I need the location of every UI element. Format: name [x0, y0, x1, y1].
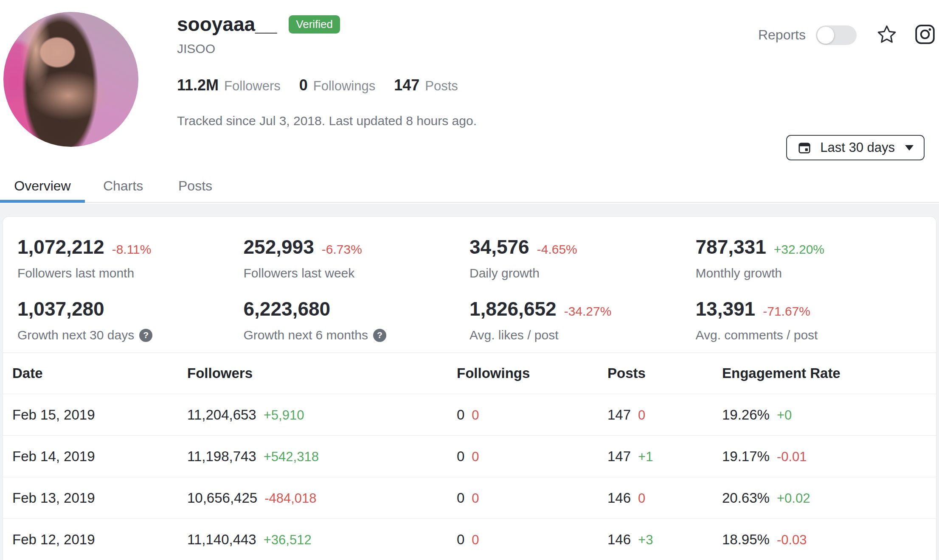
stat-change: -4.65%	[537, 242, 577, 257]
summary-card-followers-last-week: 252,993 -6.73% Followers last week	[244, 235, 470, 280]
stat-value: 787,331	[696, 235, 766, 258]
posts-change: +3	[638, 532, 653, 548]
star-icon	[876, 24, 897, 46]
followers-value: 11,198,743	[187, 448, 256, 465]
posts-count: 147	[394, 76, 419, 94]
stat-value: 6,223,680	[244, 297, 331, 320]
posts-value: 147	[607, 448, 631, 465]
summary-grid: 1,072,212 -8.11% Followers last month 25…	[3, 217, 936, 353]
followers-change: +5,910	[264, 408, 304, 423]
column-header-posts: Posts	[607, 365, 722, 381]
summary-card-growth-next-30-days: 1,037,280 Growth next 30 days ?	[17, 297, 244, 342]
stat-value: 252,993	[244, 235, 314, 258]
summary-card-followers-last-month: 1,072,212 -8.11% Followers last month	[17, 235, 244, 280]
stat-value: 34,576	[470, 235, 529, 258]
posts-value: 146	[607, 532, 631, 548]
followings-cell: 0 0	[457, 532, 607, 548]
followings-change: 0	[472, 408, 479, 423]
summary-card-daily-growth: 34,576 -4.65% Daily growth	[470, 235, 696, 280]
posts-value: 147	[607, 407, 631, 423]
table-row: Feb 13, 2019 10,656,425 -484,018 0 0 146…	[3, 477, 936, 519]
column-header-followers: Followers	[187, 365, 457, 381]
stat-value: 1,037,280	[17, 297, 104, 320]
stat-label: Growth next 30 days	[17, 328, 134, 342]
instagram-icon	[914, 24, 936, 46]
stat-label: Monthly growth	[696, 266, 922, 280]
active-tab-underline	[0, 200, 85, 203]
profile-info: sooyaaa__ Verified JISOO 11.2M Followers…	[177, 13, 477, 128]
posts-cell: 147 +1	[607, 448, 722, 465]
avatar	[3, 12, 138, 147]
followers-cell: 11,140,443 +36,512	[187, 532, 457, 548]
followers-value: 10,656,425	[187, 490, 257, 506]
stat-label: Growth next 6 months	[244, 328, 368, 342]
posts-cell: 146 0	[607, 490, 722, 506]
verified-badge: Verified	[289, 15, 340, 34]
table-row: Feb 15, 2019 11,204,653 +5,910 0 0 147 0	[3, 394, 936, 436]
column-header-engagement: Engagement Rate	[722, 365, 936, 381]
engagement-value: 20.63%	[722, 490, 770, 506]
followings-change: 0	[472, 491, 479, 506]
engagement-cell: 18.95% -0.03	[722, 532, 936, 548]
tab-posts[interactable]: Posts	[161, 170, 229, 202]
followings-stat: 0 Followings	[299, 76, 375, 94]
history-table: Date Followers Followings Posts Engageme…	[3, 353, 936, 560]
followers-label: Followers	[224, 78, 281, 94]
engagement-value: 19.17%	[722, 448, 770, 465]
date-cell: Feb 14, 2019	[12, 448, 187, 465]
stat-label: Daily growth	[470, 266, 696, 280]
followings-value: 0	[457, 532, 464, 548]
caret-down-icon	[905, 145, 914, 151]
stat-change: +32.20%	[774, 242, 824, 257]
followers-cell: 10,656,425 -484,018	[187, 490, 457, 506]
engagement-change: -0.01	[777, 449, 807, 465]
engagement-change: +0	[777, 408, 792, 423]
followings-value: 0	[457, 490, 464, 506]
help-icon[interactable]: ?	[373, 329, 386, 342]
stat-label: Avg. comments / post	[696, 328, 922, 342]
posts-change: +1	[638, 449, 653, 465]
instagram-link[interactable]	[914, 24, 936, 46]
reports-toggle[interactable]	[816, 25, 857, 45]
summary-card-avg-comments: 13,391 -71.67% Avg. comments / post	[696, 297, 922, 342]
date-range-label: Last 30 days	[820, 140, 895, 155]
engagement-change: -0.03	[777, 532, 807, 548]
followings-label: Followings	[313, 78, 375, 94]
posts-change: 0	[638, 408, 645, 423]
column-header-date: Date	[12, 365, 187, 381]
posts-stat: 147 Posts	[394, 76, 458, 94]
tab-bar: Overview Charts Posts Last 30 days	[0, 170, 939, 203]
followers-change: +542,318	[264, 449, 319, 465]
calendar-icon	[797, 140, 812, 155]
date-range-button[interactable]: Last 30 days	[786, 135, 925, 160]
tab-overview[interactable]: Overview	[0, 170, 85, 202]
stats-card: 1,072,212 -8.11% Followers last month 25…	[3, 216, 936, 560]
profile-mini-stats: 11.2M Followers 0 Followings 147 Posts	[177, 76, 477, 94]
favorite-button[interactable]	[876, 24, 897, 46]
summary-card-monthly-growth: 787,331 +32.20% Monthly growth	[696, 235, 922, 280]
followers-count: 11.2M	[177, 76, 219, 94]
tracked-note: Tracked since Jul 3, 2018. Last updated …	[177, 114, 477, 128]
overview-panel: 1,072,212 -8.11% Followers last month 25…	[0, 204, 939, 560]
reports-label: Reports	[758, 27, 806, 43]
engagement-value: 19.26%	[722, 407, 770, 423]
followers-stat: 11.2M Followers	[177, 76, 281, 94]
followers-change: -484,018	[264, 491, 316, 506]
engagement-cell: 20.63% +0.02	[722, 490, 936, 506]
help-icon[interactable]: ?	[139, 329, 152, 342]
posts-change: 0	[638, 491, 645, 506]
stat-label: Followers last week	[244, 266, 470, 280]
date-cell: Feb 13, 2019	[12, 490, 187, 506]
posts-cell: 146 +3	[607, 532, 722, 548]
stat-change: -34.27%	[564, 304, 612, 319]
summary-card-growth-next-6-months: 6,223,680 Growth next 6 months ?	[244, 297, 470, 342]
tab-charts[interactable]: Charts	[85, 170, 161, 202]
stat-value: 13,391	[696, 297, 756, 320]
display-name: JISOO	[177, 42, 477, 56]
header-actions: Reports	[758, 24, 936, 46]
followings-cell: 0 0	[457, 407, 607, 423]
followers-value: 11,204,653	[187, 407, 256, 423]
stat-value: 1,826,652	[470, 297, 557, 320]
followings-cell: 0 0	[457, 448, 607, 465]
followings-count: 0	[299, 76, 308, 94]
